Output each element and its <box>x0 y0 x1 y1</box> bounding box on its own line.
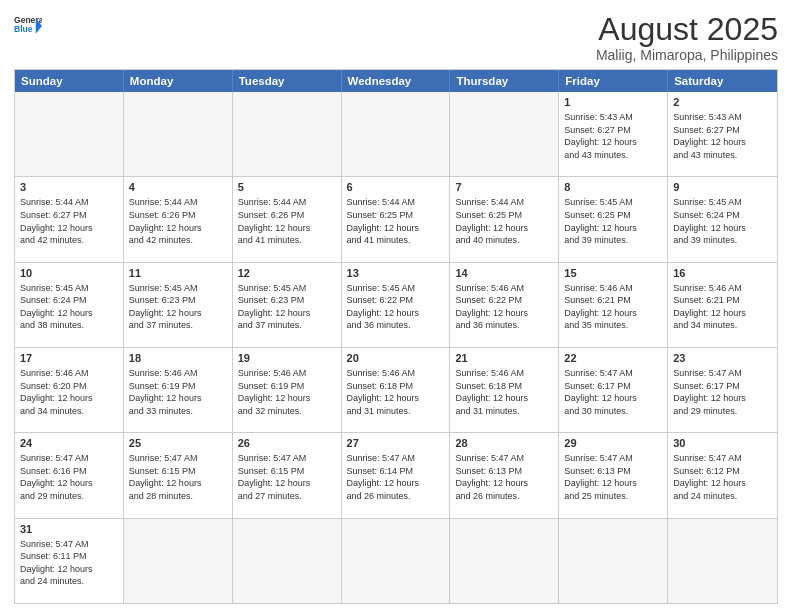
day-number: 30 <box>673 436 772 451</box>
weekday-header-saturday: Saturday <box>668 70 777 92</box>
calendar-cell-day-2: 2Sunrise: 5:43 AM Sunset: 6:27 PM Daylig… <box>668 92 777 176</box>
calendar-cell-day-16: 16Sunrise: 5:46 AM Sunset: 6:21 PM Dayli… <box>668 263 777 347</box>
day-info: Sunrise: 5:46 AM Sunset: 6:21 PM Dayligh… <box>564 282 662 332</box>
calendar-cell-day-24: 24Sunrise: 5:47 AM Sunset: 6:16 PM Dayli… <box>15 433 124 517</box>
day-number: 12 <box>238 266 336 281</box>
day-number: 24 <box>20 436 118 451</box>
day-info: Sunrise: 5:46 AM Sunset: 6:19 PM Dayligh… <box>238 367 336 417</box>
calendar-cell-empty <box>450 92 559 176</box>
calendar-cell-day-28: 28Sunrise: 5:47 AM Sunset: 6:13 PM Dayli… <box>450 433 559 517</box>
weekday-header-tuesday: Tuesday <box>233 70 342 92</box>
day-number: 3 <box>20 180 118 195</box>
day-info: Sunrise: 5:47 AM Sunset: 6:12 PM Dayligh… <box>673 452 772 502</box>
day-info: Sunrise: 5:46 AM Sunset: 6:21 PM Dayligh… <box>673 282 772 332</box>
calendar-cell-empty <box>450 519 559 603</box>
day-info: Sunrise: 5:44 AM Sunset: 6:25 PM Dayligh… <box>455 196 553 246</box>
day-info: Sunrise: 5:45 AM Sunset: 6:23 PM Dayligh… <box>129 282 227 332</box>
calendar-cell-day-18: 18Sunrise: 5:46 AM Sunset: 6:19 PM Dayli… <box>124 348 233 432</box>
day-info: Sunrise: 5:47 AM Sunset: 6:16 PM Dayligh… <box>20 452 118 502</box>
day-info: Sunrise: 5:46 AM Sunset: 6:19 PM Dayligh… <box>129 367 227 417</box>
calendar-row-3: 17Sunrise: 5:46 AM Sunset: 6:20 PM Dayli… <box>15 347 777 432</box>
day-info: Sunrise: 5:44 AM Sunset: 6:27 PM Dayligh… <box>20 196 118 246</box>
calendar-cell-empty <box>15 92 124 176</box>
calendar-cell-empty <box>342 519 451 603</box>
day-number: 29 <box>564 436 662 451</box>
weekday-header-friday: Friday <box>559 70 668 92</box>
svg-text:Blue: Blue <box>14 24 33 34</box>
day-info: Sunrise: 5:47 AM Sunset: 6:14 PM Dayligh… <box>347 452 445 502</box>
day-info: Sunrise: 5:46 AM Sunset: 6:18 PM Dayligh… <box>347 367 445 417</box>
day-info: Sunrise: 5:47 AM Sunset: 6:13 PM Dayligh… <box>564 452 662 502</box>
calendar-cell-day-31: 31Sunrise: 5:47 AM Sunset: 6:11 PM Dayli… <box>15 519 124 603</box>
calendar-cell-day-22: 22Sunrise: 5:47 AM Sunset: 6:17 PM Dayli… <box>559 348 668 432</box>
day-number: 15 <box>564 266 662 281</box>
day-info: Sunrise: 5:46 AM Sunset: 6:18 PM Dayligh… <box>455 367 553 417</box>
day-number: 31 <box>20 522 118 537</box>
calendar-cell-day-10: 10Sunrise: 5:45 AM Sunset: 6:24 PM Dayli… <box>15 263 124 347</box>
day-info: Sunrise: 5:44 AM Sunset: 6:26 PM Dayligh… <box>129 196 227 246</box>
calendar-header: SundayMondayTuesdayWednesdayThursdayFrid… <box>15 70 777 92</box>
calendar-cell-day-12: 12Sunrise: 5:45 AM Sunset: 6:23 PM Dayli… <box>233 263 342 347</box>
calendar-cell-day-17: 17Sunrise: 5:46 AM Sunset: 6:20 PM Dayli… <box>15 348 124 432</box>
calendar-cell-day-6: 6Sunrise: 5:44 AM Sunset: 6:25 PM Daylig… <box>342 177 451 261</box>
day-number: 25 <box>129 436 227 451</box>
day-number: 13 <box>347 266 445 281</box>
calendar-cell-day-7: 7Sunrise: 5:44 AM Sunset: 6:25 PM Daylig… <box>450 177 559 261</box>
day-info: Sunrise: 5:44 AM Sunset: 6:25 PM Dayligh… <box>347 196 445 246</box>
day-number: 9 <box>673 180 772 195</box>
day-info: Sunrise: 5:45 AM Sunset: 6:23 PM Dayligh… <box>238 282 336 332</box>
weekday-header-monday: Monday <box>124 70 233 92</box>
day-number: 19 <box>238 351 336 366</box>
calendar-cell-day-26: 26Sunrise: 5:47 AM Sunset: 6:15 PM Dayli… <box>233 433 342 517</box>
weekday-header-wednesday: Wednesday <box>342 70 451 92</box>
calendar-row-5: 31Sunrise: 5:47 AM Sunset: 6:11 PM Dayli… <box>15 518 777 603</box>
day-info: Sunrise: 5:45 AM Sunset: 6:24 PM Dayligh… <box>673 196 772 246</box>
generalblue-logo-icon: General Blue <box>14 12 42 40</box>
day-number: 22 <box>564 351 662 366</box>
day-number: 28 <box>455 436 553 451</box>
calendar-cell-empty <box>233 519 342 603</box>
day-number: 18 <box>129 351 227 366</box>
calendar-cell-day-8: 8Sunrise: 5:45 AM Sunset: 6:25 PM Daylig… <box>559 177 668 261</box>
day-number: 26 <box>238 436 336 451</box>
day-number: 23 <box>673 351 772 366</box>
day-number: 8 <box>564 180 662 195</box>
day-number: 20 <box>347 351 445 366</box>
calendar-subtitle: Maliig, Mimaropa, Philippines <box>596 47 778 63</box>
day-number: 6 <box>347 180 445 195</box>
day-info: Sunrise: 5:46 AM Sunset: 6:22 PM Dayligh… <box>455 282 553 332</box>
calendar-cell-day-20: 20Sunrise: 5:46 AM Sunset: 6:18 PM Dayli… <box>342 348 451 432</box>
day-info: Sunrise: 5:45 AM Sunset: 6:24 PM Dayligh… <box>20 282 118 332</box>
day-number: 1 <box>564 95 662 110</box>
calendar-cell-empty <box>559 519 668 603</box>
calendar: SundayMondayTuesdayWednesdayThursdayFrid… <box>14 69 778 604</box>
day-info: Sunrise: 5:45 AM Sunset: 6:25 PM Dayligh… <box>564 196 662 246</box>
calendar-cell-day-25: 25Sunrise: 5:47 AM Sunset: 6:15 PM Dayli… <box>124 433 233 517</box>
calendar-row-1: 3Sunrise: 5:44 AM Sunset: 6:27 PM Daylig… <box>15 176 777 261</box>
weekday-header-thursday: Thursday <box>450 70 559 92</box>
calendar-row-2: 10Sunrise: 5:45 AM Sunset: 6:24 PM Dayli… <box>15 262 777 347</box>
calendar-cell-day-13: 13Sunrise: 5:45 AM Sunset: 6:22 PM Dayli… <box>342 263 451 347</box>
calendar-cell-day-3: 3Sunrise: 5:44 AM Sunset: 6:27 PM Daylig… <box>15 177 124 261</box>
logo: General Blue <box>14 12 42 40</box>
calendar-cell-empty <box>668 519 777 603</box>
calendar-body: 1Sunrise: 5:43 AM Sunset: 6:27 PM Daylig… <box>15 92 777 603</box>
day-number: 10 <box>20 266 118 281</box>
day-number: 2 <box>673 95 772 110</box>
day-number: 27 <box>347 436 445 451</box>
day-info: Sunrise: 5:47 AM Sunset: 6:17 PM Dayligh… <box>564 367 662 417</box>
calendar-cell-empty <box>342 92 451 176</box>
calendar-cell-empty <box>124 519 233 603</box>
calendar-cell-day-21: 21Sunrise: 5:46 AM Sunset: 6:18 PM Dayli… <box>450 348 559 432</box>
weekday-header-sunday: Sunday <box>15 70 124 92</box>
day-info: Sunrise: 5:47 AM Sunset: 6:15 PM Dayligh… <box>238 452 336 502</box>
calendar-cell-empty <box>233 92 342 176</box>
calendar-row-4: 24Sunrise: 5:47 AM Sunset: 6:16 PM Dayli… <box>15 432 777 517</box>
day-info: Sunrise: 5:44 AM Sunset: 6:26 PM Dayligh… <box>238 196 336 246</box>
day-info: Sunrise: 5:46 AM Sunset: 6:20 PM Dayligh… <box>20 367 118 417</box>
day-number: 11 <box>129 266 227 281</box>
day-number: 17 <box>20 351 118 366</box>
calendar-row-0: 1Sunrise: 5:43 AM Sunset: 6:27 PM Daylig… <box>15 92 777 176</box>
calendar-cell-day-11: 11Sunrise: 5:45 AM Sunset: 6:23 PM Dayli… <box>124 263 233 347</box>
calendar-cell-day-27: 27Sunrise: 5:47 AM Sunset: 6:14 PM Dayli… <box>342 433 451 517</box>
